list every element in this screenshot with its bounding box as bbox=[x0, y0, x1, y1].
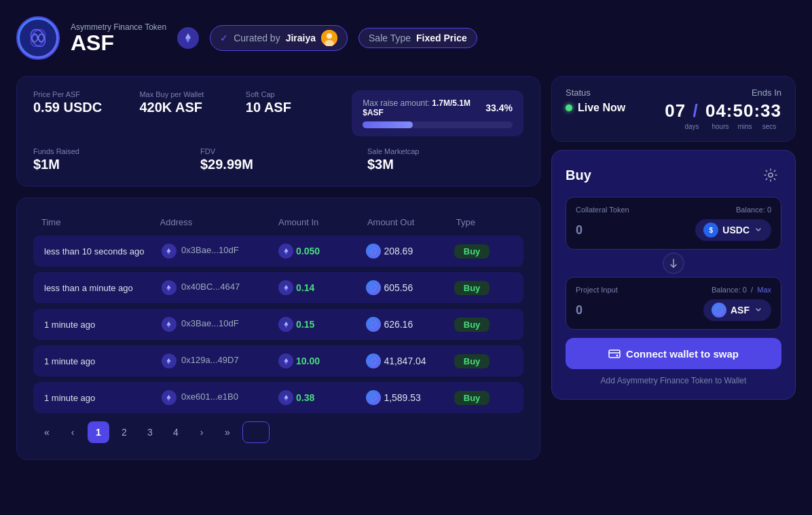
transactions-table: Time Address Amount In Amount Out Type l… bbox=[16, 197, 540, 460]
status-left: Status Live Now bbox=[566, 88, 625, 114]
curated-label: Curated by bbox=[234, 33, 280, 43]
collateral-token-select[interactable]: $ USDC bbox=[695, 219, 771, 241]
token-info: Asymmetry Finance Token ASF bbox=[71, 22, 166, 54]
status-label: Status bbox=[566, 88, 625, 98]
last-page-btn[interactable]: » bbox=[217, 421, 238, 443]
sale-marketcap-stat: Sale Marketcap $3M bbox=[367, 147, 523, 172]
row-amount-in: 0.14 bbox=[278, 280, 366, 295]
fdv-value: $29.99M bbox=[200, 157, 356, 172]
status-live: Live Now bbox=[566, 102, 625, 114]
eth-icon-in bbox=[278, 390, 293, 405]
row-amount-out: 1,589.53 bbox=[366, 390, 454, 405]
buy-badge: Buy bbox=[454, 244, 490, 259]
project-token-select[interactable]: ASF bbox=[703, 299, 771, 321]
status-card: Status Live Now Ends In 07 / 04:50:33 da… bbox=[551, 76, 796, 142]
buy-badge: Buy bbox=[454, 391, 490, 405]
project-amount-input[interactable] bbox=[576, 303, 693, 318]
col-address: Address bbox=[160, 217, 279, 227]
eth-icon bbox=[162, 317, 177, 332]
row-type: Buy bbox=[454, 318, 513, 332]
funds-raised-stat: Funds Raised $1M bbox=[33, 147, 189, 172]
svg-point-56 bbox=[616, 355, 619, 357]
eth-network-badge[interactable] bbox=[177, 27, 199, 49]
token-symbol: ASF bbox=[71, 32, 166, 54]
eth-icon bbox=[162, 390, 177, 405]
funds-raised-value: $1M bbox=[33, 157, 189, 172]
curator-avatar bbox=[321, 30, 337, 46]
col-time: Time bbox=[41, 217, 160, 227]
asf-icon-out bbox=[366, 244, 381, 259]
check-icon: ✓ bbox=[220, 33, 228, 43]
soft-cap-stat: Soft Cap 10 ASF bbox=[246, 90, 341, 136]
buy-title: Buy bbox=[566, 168, 591, 183]
asf-icon-out bbox=[366, 390, 381, 405]
svg-point-8 bbox=[327, 33, 332, 39]
sale-marketcap-label: Sale Marketcap bbox=[367, 147, 523, 155]
page-4-btn[interactable]: 4 bbox=[165, 421, 187, 443]
buy-badge: Buy bbox=[454, 318, 490, 332]
fdv-stat: FDV $29.99M bbox=[200, 147, 356, 172]
swap-arrow bbox=[566, 252, 781, 274]
curator-name: Jiraiya bbox=[286, 33, 316, 43]
row-type: Buy bbox=[454, 354, 513, 368]
svg-point-53 bbox=[714, 305, 724, 315]
eth-icon bbox=[162, 354, 177, 368]
swap-direction-btn[interactable] bbox=[663, 252, 684, 274]
progress-bar-fill bbox=[363, 121, 413, 128]
buy-badge: Buy bbox=[454, 281, 490, 295]
row-time: less than 10 seconds ago bbox=[44, 246, 162, 256]
progress-percent: 33.4% bbox=[485, 102, 513, 113]
eth-icon-in bbox=[278, 280, 293, 295]
asf-icon-out bbox=[366, 354, 381, 368]
price-value: 0.59 USDC bbox=[33, 100, 128, 115]
funds-raised-label: Funds Raised bbox=[33, 147, 189, 155]
max-buy-stat: Max Buy per Wallet 420K ASF bbox=[139, 90, 234, 136]
sale-marketcap-value: $3M bbox=[367, 157, 523, 172]
collateral-label: Collateral Token bbox=[576, 206, 629, 214]
row-time: 1 minute ago bbox=[44, 320, 162, 330]
buy-badge: Buy bbox=[454, 354, 490, 368]
row-amount-in: 0.15 bbox=[278, 317, 366, 332]
max-buy-label: Max Buy per Wallet bbox=[139, 90, 234, 98]
connect-wallet-label: Connect wallet to swap bbox=[626, 348, 739, 360]
stats-grid: Price Per ASF 0.59 USDC Max Buy per Wall… bbox=[33, 90, 523, 136]
max-buy-value: 420K ASF bbox=[139, 100, 234, 115]
page-3-btn[interactable]: 3 bbox=[139, 421, 161, 443]
row-time: 1 minute ago bbox=[44, 393, 162, 403]
table-row: 1 minute ago 0xe601...e1B0 bbox=[33, 382, 523, 413]
page-2-btn[interactable]: 2 bbox=[113, 421, 135, 443]
row-address: 0x129a...49D7 bbox=[162, 354, 279, 368]
page-input[interactable] bbox=[242, 421, 270, 443]
eth-icon-in bbox=[278, 317, 293, 332]
row-time: less than a minute ago bbox=[44, 283, 162, 293]
page-wrapper: Asymmetry Finance Token ASF ✓ Curated by… bbox=[0, 0, 812, 471]
prev-page-btn[interactable]: ‹ bbox=[62, 421, 84, 443]
svg-point-41 bbox=[371, 358, 377, 365]
next-page-btn[interactable]: › bbox=[191, 421, 213, 443]
eth-icon bbox=[162, 244, 177, 259]
collateral-balance: Balance: 0 bbox=[736, 206, 771, 214]
soft-cap-value: 10 ASF bbox=[246, 100, 341, 115]
connect-wallet-btn[interactable]: Connect wallet to swap bbox=[566, 338, 781, 369]
add-token-link[interactable]: Add Asymmetry Finance Token to Wallet bbox=[566, 376, 781, 385]
table-row: less than 10 seconds ago 0x3Bae...10dF bbox=[33, 235, 523, 267]
settings-icon[interactable] bbox=[760, 164, 781, 186]
curated-badge[interactable]: ✓ Curated by Jiraiya bbox=[210, 25, 348, 51]
asf-icon bbox=[712, 303, 726, 318]
row-amount-in: 0.050 bbox=[278, 244, 366, 259]
fdv-label: FDV bbox=[200, 147, 356, 155]
countdown-labels: days hours mins secs bbox=[665, 123, 781, 130]
row-amount-out: 605.56 bbox=[366, 280, 454, 295]
main-content: Price Per ASF 0.59 USDC Max Buy per Wall… bbox=[16, 76, 796, 460]
collateral-amount-input[interactable] bbox=[576, 223, 693, 237]
hours-label: hours bbox=[708, 123, 733, 130]
eth-icon-in bbox=[278, 354, 293, 368]
svg-rect-55 bbox=[609, 350, 620, 358]
page-1-btn[interactable]: 1 bbox=[88, 421, 109, 443]
token-logo bbox=[16, 16, 60, 60]
ends-in-section: Ends In 07 / 04:50:33 days hours mins se… bbox=[665, 88, 781, 130]
row-amount-out: 41,847.04 bbox=[366, 354, 454, 368]
table-row: 1 minute ago 0x3Bae...10dF bbox=[33, 309, 523, 340]
first-page-btn[interactable]: « bbox=[36, 421, 58, 443]
table-row: less than a minute ago 0x40BC...4647 bbox=[33, 272, 523, 303]
